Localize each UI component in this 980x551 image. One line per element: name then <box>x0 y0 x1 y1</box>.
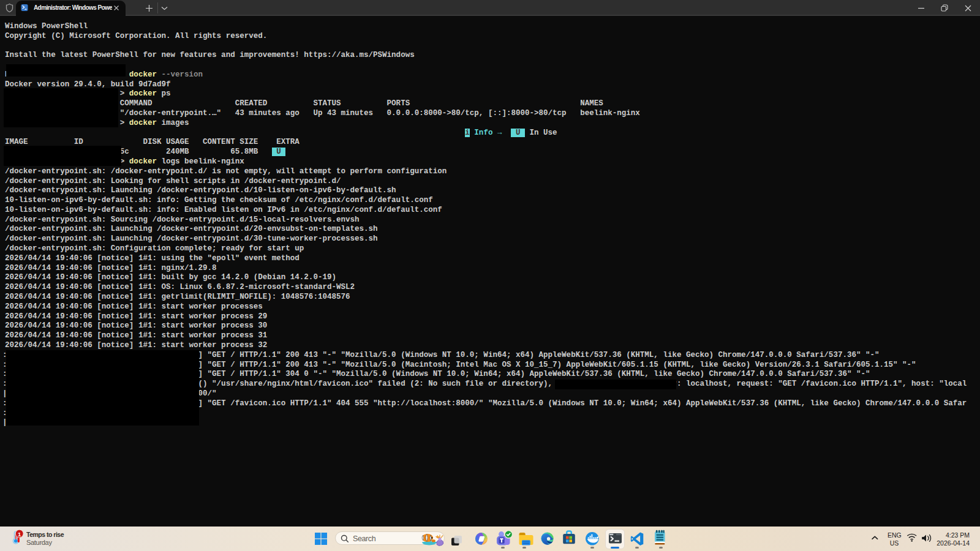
svg-text:1: 1 <box>18 531 21 538</box>
